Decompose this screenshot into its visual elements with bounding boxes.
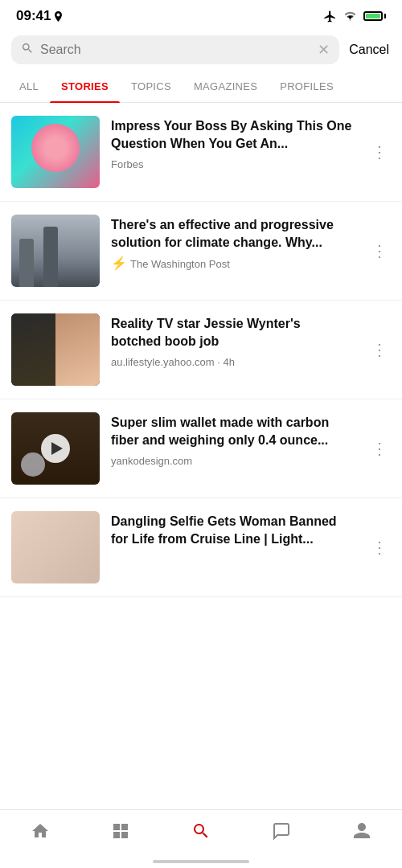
- story-thumbnail: [11, 215, 100, 287]
- story-content: Impress Your Boss By Asking This One Que…: [111, 116, 354, 170]
- nav-item-grid[interactable]: [98, 818, 143, 849]
- story-more-button[interactable]: ⋮: [365, 536, 391, 559]
- list-item[interactable]: Super slim wallet made with carbon fiber…: [0, 399, 402, 498]
- story-thumbnail: [11, 511, 100, 583]
- status-icons: [323, 10, 386, 23]
- story-thumbnail: [11, 116, 100, 188]
- thumb-right: [55, 313, 100, 386]
- source-name: Forbes: [111, 158, 143, 170]
- cancel-button[interactable]: Cancel: [347, 39, 391, 60]
- play-icon: [41, 434, 70, 463]
- tab-magazines[interactable]: MAGAZINES: [183, 71, 269, 102]
- wifi-icon: [343, 11, 357, 22]
- story-meta: au.lifestyle.yahoo.com · 4h: [111, 356, 354, 368]
- search-icon: [21, 42, 34, 58]
- tabs-container: ALL STORIES TOPICS MAGAZINES PROFILES: [0, 71, 402, 103]
- story-title: Dangling Selfie Gets Woman Banned for Li…: [111, 513, 354, 547]
- search-nav-icon: [191, 821, 211, 845]
- story-title: Reality TV star Jessie Wynter's botched …: [111, 315, 354, 350]
- status-bar: 09:41: [0, 0, 402, 29]
- story-content: Reality TV star Jessie Wynter's botched …: [111, 313, 354, 368]
- home-indicator: [153, 860, 249, 863]
- home-icon: [31, 821, 50, 845]
- nav-item-home[interactable]: [18, 818, 63, 849]
- watch-icon: [21, 452, 45, 477]
- nav-item-chat[interactable]: [259, 818, 304, 849]
- airplane-icon: [323, 10, 337, 23]
- story-meta: Forbes: [111, 158, 354, 170]
- story-thumbnail: [11, 313, 100, 386]
- story-more-button[interactable]: ⋮: [365, 240, 391, 262]
- location-icon: [54, 11, 63, 22]
- search-input[interactable]: cars: [40, 43, 311, 57]
- list-item[interactable]: Impress Your Boss By Asking This One Que…: [0, 103, 402, 202]
- story-content: Dangling Selfie Gets Woman Banned for Li…: [111, 511, 354, 554]
- search-svg: [21, 42, 34, 55]
- grid-icon: [111, 821, 130, 845]
- story-more-button[interactable]: ⋮: [365, 437, 391, 460]
- bolt-icon: ⚡: [111, 257, 127, 270]
- battery-icon: [363, 11, 386, 21]
- source-name: au.lifestyle.yahoo.com · 4h: [111, 356, 235, 368]
- status-time: 09:41: [16, 8, 63, 24]
- list-item[interactable]: Reality TV star Jessie Wynter's botched …: [0, 301, 402, 399]
- story-meta: yankodesign.com: [111, 455, 354, 467]
- story-meta: ⚡ The Washington Post: [111, 257, 354, 270]
- story-thumbnail: [11, 412, 100, 485]
- search-bar-container: cars ✕ Cancel: [0, 29, 402, 71]
- tab-profiles[interactable]: PROFILES: [269, 71, 345, 102]
- story-content: Super slim wallet made with carbon fiber…: [111, 412, 354, 467]
- list-item[interactable]: There's an effective and progressive sol…: [0, 202, 402, 301]
- story-more-button[interactable]: ⋮: [365, 141, 391, 163]
- list-item[interactable]: Dangling Selfie Gets Woman Banned for Li…: [0, 498, 402, 597]
- tab-all[interactable]: ALL: [8, 71, 50, 102]
- nav-item-search[interactable]: [178, 818, 224, 849]
- tab-stories[interactable]: STORIES: [50, 71, 120, 102]
- story-title: There's an effective and progressive sol…: [111, 216, 354, 251]
- profile-icon: [352, 821, 371, 845]
- source-name: The Washington Post: [130, 258, 230, 270]
- clear-search-button[interactable]: ✕: [318, 43, 330, 57]
- story-title: Super slim wallet made with carbon fiber…: [111, 414, 354, 448]
- tab-topics[interactable]: TOPICS: [120, 71, 183, 102]
- chat-icon: [272, 821, 291, 845]
- search-input-wrapper[interactable]: cars ✕: [11, 35, 339, 64]
- story-more-button[interactable]: ⋮: [365, 338, 391, 361]
- story-list: Impress Your Boss By Asking This One Que…: [0, 103, 402, 661]
- source-name: yankodesign.com: [111, 455, 192, 467]
- story-title: Impress Your Boss By Asking This One Que…: [111, 117, 354, 152]
- time-display: 09:41: [16, 8, 51, 24]
- thumb-left: [11, 313, 55, 386]
- nav-item-profile[interactable]: [339, 818, 384, 849]
- story-content: There's an effective and progressive sol…: [111, 215, 354, 270]
